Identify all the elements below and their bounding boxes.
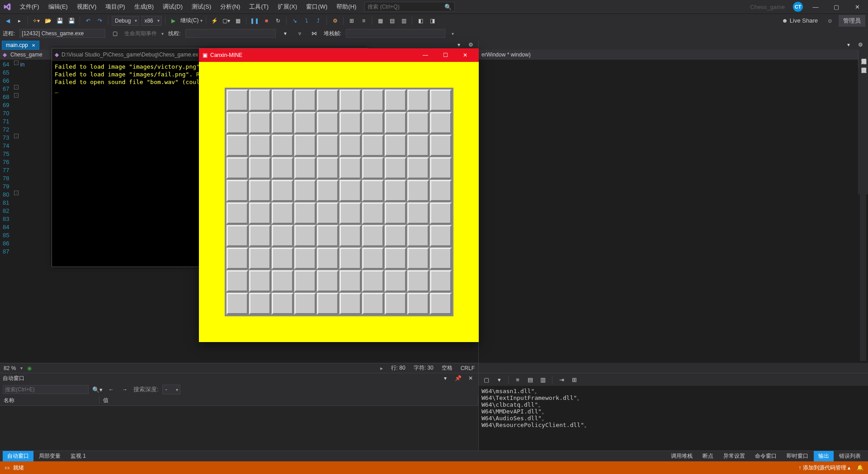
mine-cell[interactable] bbox=[249, 248, 271, 269]
mine-cell[interactable] bbox=[272, 157, 293, 179]
mine-cell[interactable] bbox=[340, 248, 361, 269]
menu-debug[interactable]: 调试(D) bbox=[159, 1, 186, 13]
notifications-icon[interactable]: 🔔 bbox=[857, 465, 863, 471]
step-out-icon[interactable]: ⤴ bbox=[313, 16, 323, 26]
game-maximize-icon[interactable]: ☐ bbox=[435, 48, 455, 62]
mine-cell[interactable] bbox=[226, 293, 248, 314]
mine-cell[interactable] bbox=[272, 270, 293, 292]
mine-cell[interactable] bbox=[249, 180, 271, 202]
step-over-icon[interactable]: ⤵ bbox=[302, 16, 311, 26]
mine-cell[interactable] bbox=[226, 180, 248, 202]
mine-cell[interactable] bbox=[272, 135, 293, 156]
mine-cell[interactable] bbox=[362, 180, 384, 202]
out-e-icon[interactable]: ⊞ bbox=[569, 375, 579, 385]
window-minimize-icon[interactable]: — bbox=[807, 0, 824, 13]
live-share-button[interactable]: ☻ Live Share bbox=[778, 16, 821, 25]
btab-immediate[interactable]: 即时窗口 bbox=[782, 451, 813, 461]
game-window[interactable]: ▣ Canxin-MINE — ☐ ✕ bbox=[199, 48, 479, 342]
out-c-icon[interactable]: ▤ bbox=[525, 375, 535, 385]
t1-icon[interactable]: ⚙ bbox=[330, 16, 340, 26]
zoom-level[interactable]: 82 % bbox=[4, 365, 16, 371]
btab-breakpoints[interactable]: 断点 bbox=[698, 451, 718, 461]
account-avatar[interactable]: CT bbox=[793, 2, 803, 12]
mine-cell[interactable] bbox=[294, 112, 316, 134]
mine-cell[interactable] bbox=[226, 270, 248, 292]
btab-command[interactable]: 命令窗口 bbox=[750, 451, 781, 461]
t8-icon[interactable]: ◨ bbox=[427, 16, 437, 26]
mine-cell[interactable] bbox=[340, 225, 361, 247]
mine-cell[interactable] bbox=[249, 270, 271, 292]
col-value[interactable]: 值 bbox=[99, 397, 478, 404]
r-tab-dropdown-icon[interactable]: ▾ bbox=[844, 40, 854, 50]
mine-cell[interactable] bbox=[362, 135, 384, 156]
mine-cell[interactable] bbox=[340, 112, 361, 134]
step-into-icon[interactable]: ↘ bbox=[290, 16, 300, 26]
nav-fwd-icon[interactable]: ▸ bbox=[14, 16, 24, 26]
mine-cell[interactable] bbox=[272, 89, 293, 111]
step-icon[interactable]: ▢▾ bbox=[221, 16, 231, 26]
config-combo[interactable]: Debug bbox=[112, 16, 139, 26]
tab-close-icon[interactable]: ✕ bbox=[32, 43, 35, 48]
out-b-icon[interactable]: ▾ bbox=[494, 375, 504, 385]
mine-cell[interactable] bbox=[430, 248, 452, 269]
mine-cell[interactable] bbox=[362, 248, 384, 269]
mine-cell[interactable] bbox=[385, 89, 406, 111]
mine-cell[interactable] bbox=[294, 202, 316, 224]
mine-cell[interactable] bbox=[430, 135, 452, 156]
mine-cell[interactable] bbox=[385, 293, 406, 314]
mine-cell[interactable] bbox=[249, 135, 271, 156]
btab-callstack[interactable]: 调用堆栈 bbox=[666, 451, 697, 461]
t3-icon[interactable]: ≡ bbox=[359, 16, 368, 26]
mine-cell[interactable] bbox=[272, 248, 293, 269]
mine-cell[interactable] bbox=[249, 202, 271, 224]
mine-cell[interactable] bbox=[385, 180, 406, 202]
btab-exceptions[interactable]: 异常设置 bbox=[719, 451, 750, 461]
mine-cell[interactable] bbox=[430, 202, 452, 224]
tool-a-icon[interactable]: ▦ bbox=[233, 16, 243, 26]
mine-cell[interactable] bbox=[226, 248, 248, 269]
mine-cell[interactable] bbox=[407, 202, 429, 224]
mine-cell[interactable] bbox=[272, 225, 293, 247]
mine-cell[interactable] bbox=[407, 270, 429, 292]
mine-cell[interactable] bbox=[226, 225, 248, 247]
mine-cell[interactable] bbox=[317, 180, 339, 202]
t4-icon[interactable]: ▦ bbox=[375, 16, 385, 26]
fold-gutter[interactable]: - - - - - bbox=[14, 60, 20, 363]
eol-mode[interactable]: CRLF bbox=[461, 365, 475, 371]
thread-combo[interactable] bbox=[185, 29, 276, 38]
out-clear-icon[interactable]: ≡ bbox=[513, 375, 523, 385]
menu-window[interactable]: 窗口(W) bbox=[302, 1, 331, 13]
window-restore-icon[interactable]: ▢ bbox=[828, 0, 844, 13]
f3-icon[interactable]: ⋈ bbox=[309, 28, 319, 38]
menu-extensions[interactable]: 扩展(X) bbox=[274, 1, 301, 13]
menu-help[interactable]: 帮助(H) bbox=[333, 1, 360, 13]
mine-cell[interactable] bbox=[385, 202, 406, 224]
mine-cell[interactable] bbox=[226, 112, 248, 134]
tab-main-cpp[interactable]: main.cpp ✕ bbox=[2, 41, 39, 50]
menu-edit[interactable]: 编辑(E) bbox=[45, 1, 71, 13]
f2-icon[interactable]: ▿ bbox=[295, 28, 305, 38]
mine-cell[interactable] bbox=[294, 135, 316, 156]
mine-cell[interactable] bbox=[340, 270, 361, 292]
save-icon[interactable]: 💾 bbox=[55, 16, 65, 26]
mine-cell[interactable] bbox=[317, 89, 339, 111]
mine-cell[interactable] bbox=[340, 89, 361, 111]
btab-watch[interactable]: 监视 1 bbox=[66, 451, 90, 461]
menu-project[interactable]: 项目(P) bbox=[102, 1, 128, 13]
right-context-bar[interactable]: erWindow * window) ▾ bbox=[479, 50, 868, 60]
mine-cell[interactable] bbox=[407, 157, 429, 179]
mine-cell[interactable] bbox=[362, 112, 384, 134]
out-d-icon[interactable]: ▥ bbox=[538, 375, 548, 385]
game-close-icon[interactable]: ✕ bbox=[455, 48, 475, 62]
mine-cell[interactable] bbox=[340, 180, 361, 202]
save-all-icon[interactable]: 💾 bbox=[66, 16, 76, 26]
btab-output[interactable]: 输出 bbox=[814, 451, 834, 461]
mine-cell[interactable] bbox=[317, 135, 339, 156]
mine-cell[interactable] bbox=[226, 89, 248, 111]
mine-cell[interactable] bbox=[294, 157, 316, 179]
mine-cell[interactable] bbox=[226, 157, 248, 179]
menu-analyze[interactable]: 分析(N) bbox=[217, 1, 244, 13]
stop-icon[interactable]: ■ bbox=[261, 16, 271, 26]
mine-cell[interactable] bbox=[340, 157, 361, 179]
window-close-icon[interactable]: ✕ bbox=[849, 0, 865, 13]
